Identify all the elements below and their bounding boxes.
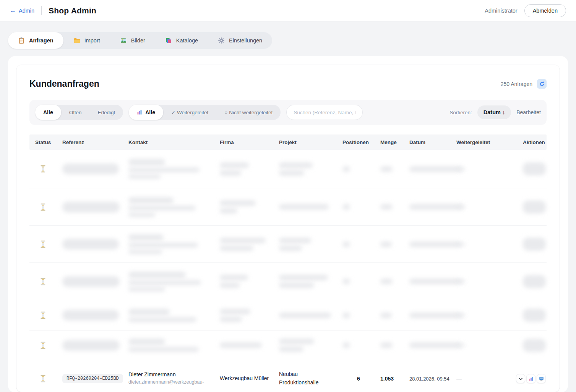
- col-datum: Datum: [404, 139, 451, 145]
- redacted-blob: [128, 197, 174, 204]
- redacted-blob: [279, 238, 311, 243]
- table-row[interactable]: [29, 150, 547, 188]
- company-name: Werkzeugbau Müller: [220, 374, 269, 383]
- sort-by-bearbeitet-button[interactable]: Bearbeitet: [516, 109, 541, 115]
- refresh-icon: [539, 81, 545, 87]
- redacted-blob: [220, 282, 240, 288]
- table-row[interactable]: [29, 330, 547, 360]
- sort-by-date-button[interactable]: Datum ↓: [477, 105, 511, 119]
- redacted-blob: [409, 342, 462, 348]
- books-icon: [165, 37, 172, 44]
- table-row[interactable]: [29, 263, 547, 300]
- redacted-blob: [380, 342, 393, 348]
- filter-status-erledigt[interactable]: Erledigt: [89, 105, 123, 120]
- redacted-blob: [128, 287, 165, 292]
- redacted-blob: [279, 162, 313, 168]
- tab-label: Einstellungen: [229, 37, 262, 44]
- redacted-blob: [342, 204, 350, 210]
- tab-label: Import: [84, 37, 100, 44]
- redacted-blob: [128, 212, 155, 217]
- redacted-blob: [380, 241, 392, 247]
- tab-import[interactable]: Import: [63, 32, 110, 49]
- redacted-blob: [128, 174, 161, 179]
- stats-action-button[interactable]: [526, 374, 535, 383]
- redacted-blob: [62, 310, 119, 321]
- redacted-blob: [128, 249, 162, 254]
- redacted-blob: [456, 243, 466, 245]
- table-header: Status Referenz Kontakt Firma Projekt Po…: [29, 134, 547, 150]
- redacted-blob: [128, 280, 201, 285]
- filter-status-offen[interactable]: Offen: [61, 105, 90, 120]
- col-projekt: Projekt: [273, 139, 337, 145]
- redacted-blob: [279, 346, 303, 352]
- filter-status-alle[interactable]: Alle: [35, 105, 61, 120]
- table-row[interactable]: [29, 300, 547, 330]
- redacted-blob: [220, 275, 248, 280]
- back-link-label: Admin: [19, 8, 34, 14]
- redacted-blob: [342, 313, 350, 318]
- page-title: Kundenanfragen: [29, 79, 99, 89]
- col-menge: Menge: [375, 139, 404, 145]
- back-arrow-icon: ←: [10, 8, 16, 14]
- project-name: Neubau Produktionshalle: [279, 370, 333, 387]
- redacted-blob: [279, 339, 314, 344]
- status-filter-segment: Alle Offen Erledigt: [35, 105, 123, 120]
- search-input[interactable]: [286, 105, 363, 120]
- redacted-blob: [523, 201, 546, 214]
- redacted-blob: [279, 204, 329, 210]
- redacted-blob: [523, 162, 546, 175]
- redacted-blob: [409, 166, 463, 172]
- contact-email: dieter.zimmermann@werkzeugbau-: [128, 379, 204, 386]
- redacted-blob: [62, 239, 119, 249]
- col-weitergeleitet: Weitergeleitet: [451, 139, 517, 145]
- monitor-icon: [539, 376, 544, 381]
- table-row[interactable]: RFQ-20260204-ED25BD Dieter Zimmermann di…: [29, 360, 547, 392]
- redacted-blob: [220, 170, 241, 176]
- redacted-blob: [220, 238, 266, 243]
- tab-label: Bilder: [131, 37, 145, 44]
- redacted-blob: [128, 317, 196, 322]
- table-row[interactable]: [29, 226, 547, 263]
- redacted-blob: [279, 313, 331, 318]
- redacted-blob: [220, 309, 250, 314]
- redacted-blob: [456, 314, 466, 316]
- redacted-blob: [380, 204, 393, 210]
- redacted-blob: [456, 280, 466, 282]
- redacted-blob: [523, 275, 546, 288]
- hourglass-icon: [40, 277, 46, 286]
- tab-anfragen[interactable]: Anfragen: [8, 32, 63, 49]
- positions-count: 6: [357, 376, 360, 382]
- redacted-blob: [62, 164, 119, 174]
- redacted-blob: [128, 234, 164, 241]
- col-status: Status: [29, 139, 57, 145]
- top-header: ← Admin Shop Admin Administrator Abmelde…: [0, 0, 576, 22]
- filter-forward-alle[interactable]: Alle: [129, 105, 163, 120]
- col-firma: Firma: [214, 139, 273, 145]
- folder-icon: [73, 37, 80, 44]
- preview-action-button[interactable]: [537, 374, 546, 383]
- date-value: 28.01.2026, 09:54: [409, 376, 449, 382]
- tab-kataloge[interactable]: Kataloge: [155, 32, 208, 49]
- content-card: Kundenanfragen 250 Anfragen Alle Offen E…: [8, 56, 568, 392]
- filter-nicht-weitergeleitet[interactable]: ○ Nicht weitergeleitet: [216, 105, 281, 120]
- tab-bilder[interactable]: Bilder: [110, 32, 155, 49]
- redacted-blob: [279, 282, 314, 288]
- redacted-blob: [380, 166, 393, 172]
- sort-label: Sortieren:: [449, 110, 472, 115]
- logout-button[interactable]: Abmelden: [524, 4, 566, 17]
- back-to-admin-link[interactable]: ← Admin: [10, 8, 34, 14]
- tab-einstellungen[interactable]: Einstellungen: [208, 32, 272, 49]
- refresh-button[interactable]: [537, 79, 547, 89]
- redacted-blob: [456, 344, 466, 346]
- redacted-blob: [279, 170, 304, 176]
- hourglass-icon: [40, 203, 46, 211]
- hourglass-icon: [40, 341, 46, 350]
- table-row[interactable]: [29, 188, 547, 226]
- redacted-blob: [342, 342, 350, 348]
- tab-label: Kataloge: [176, 37, 198, 44]
- contact-name: Dieter Zimmermann: [128, 371, 176, 377]
- filter-weitergeleitet[interactable]: ✓ Weitergeleitet: [163, 105, 216, 120]
- hourglass-icon: [40, 165, 46, 173]
- quantity-value: 1.053: [380, 376, 394, 382]
- expand-row-button[interactable]: [516, 374, 525, 383]
